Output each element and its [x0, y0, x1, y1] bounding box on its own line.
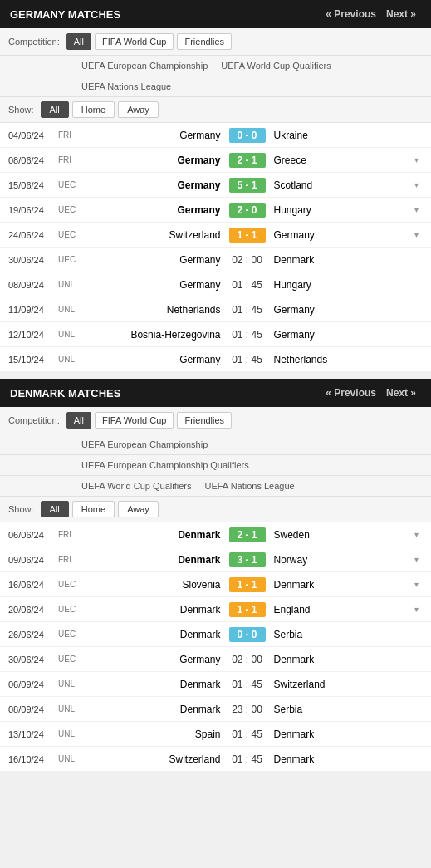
- germany-comp-uefa-euro[interactable]: UEFA European Championship: [78, 59, 211, 72]
- match-type: UEC: [58, 255, 85, 264]
- germany-show-away[interactable]: Away: [118, 101, 159, 118]
- denmark-prev-btn[interactable]: « Previous: [321, 385, 381, 400]
- denmark-comp-wc-qual[interactable]: UEFA World Cup Qualifiers: [78, 479, 194, 493]
- match-row[interactable]: 15/06/24UECGermany5 - 1Scotland▾: [0, 173, 431, 198]
- match-expand-icon[interactable]: ▾: [409, 155, 423, 164]
- match-expand-icon[interactable]: ▾: [409, 605, 423, 614]
- match-row[interactable]: 08/09/24UNLGermany01 : 45Hungary: [0, 272, 431, 297]
- germany-next-btn[interactable]: Next »: [381, 7, 421, 22]
- match-date: 09/06/24: [8, 555, 58, 565]
- match-away-team: Denmark: [269, 654, 410, 665]
- match-home-team: Denmark: [85, 604, 226, 615]
- match-expand-icon[interactable]: ▾: [409, 180, 423, 189]
- match-type: UEC: [58, 630, 85, 639]
- match-score: 01 : 45: [227, 727, 267, 742]
- denmark-show-all[interactable]: All: [41, 501, 69, 517]
- denmark-competition-row3: UEFA European Championship Qualifiers: [0, 455, 431, 476]
- denmark-comp-euro-qual[interactable]: UEFA European Championship Qualifiers: [78, 459, 252, 472]
- match-home-team: Netherlands: [85, 304, 226, 316]
- match-row[interactable]: 15/10/24UNLGermany01 : 45Netherlands: [0, 347, 431, 372]
- germany-comp-worldcup[interactable]: FIFA World Cup: [95, 33, 174, 50]
- denmark-show-away[interactable]: Away: [118, 501, 159, 517]
- match-home-team: Germany: [85, 354, 226, 365]
- denmark-comp-friendlies[interactable]: Friendlies: [177, 412, 232, 429]
- match-row[interactable]: 13/10/24UNLSpain01 : 45Denmark: [0, 722, 431, 747]
- match-row[interactable]: 08/06/24FRIGermany2 - 1Greece▾: [0, 148, 431, 173]
- denmark-next-btn[interactable]: Next »: [381, 385, 421, 400]
- germany-show-all[interactable]: All: [41, 101, 69, 118]
- match-score: 1 - 1: [229, 577, 266, 592]
- match-home-team: Germany: [85, 654, 226, 665]
- match-home-team: Denmark: [85, 679, 226, 690]
- match-score: 1 - 1: [229, 602, 266, 617]
- match-home-team: Switzerland: [85, 753, 226, 765]
- match-type: FRI: [58, 130, 85, 140]
- match-score-box: 2 - 1: [226, 153, 269, 168]
- match-expand-icon[interactable]: ▾: [409, 230, 423, 239]
- match-row[interactable]: 19/06/24UECGermany2 - 0Hungary▾: [0, 198, 431, 223]
- match-type: FRI: [58, 555, 85, 564]
- germany-comp-nations[interactable]: UEFA Nations League: [78, 80, 174, 93]
- match-expand-icon[interactable]: ▾: [409, 555, 423, 564]
- match-date: 08/06/24: [8, 155, 58, 165]
- match-type: UNL: [58, 280, 85, 289]
- germany-header: GERMANY MATCHES « Previous Next »: [0, 0, 431, 28]
- match-type: UEC: [58, 205, 85, 214]
- denmark-show-row: Show: All Home Away: [0, 497, 431, 522]
- match-score-box: 1 - 1: [226, 577, 269, 592]
- match-row[interactable]: 30/06/24UECGermany02 : 00Denmark: [0, 647, 431, 672]
- match-expand-icon[interactable]: ▾: [409, 205, 423, 214]
- match-score: 2 - 0: [229, 203, 266, 218]
- denmark-competition-row4: UEFA World Cup Qualifiers UEFA Nations L…: [0, 476, 431, 497]
- denmark-comp-worldcup[interactable]: FIFA World Cup: [95, 412, 174, 429]
- germany-comp-all[interactable]: All: [66, 33, 91, 50]
- match-score: 2 - 1: [229, 527, 266, 542]
- match-date: 20/06/24: [8, 605, 58, 615]
- denmark-comp-nations[interactable]: UEFA Nations League: [201, 479, 297, 493]
- match-row[interactable]: 09/06/24FRIDenmark3 - 1Norway▾: [0, 547, 431, 572]
- match-away-team: Greece: [269, 154, 410, 166]
- match-score: 01 : 45: [227, 352, 267, 367]
- germany-comp-friendlies[interactable]: Friendlies: [177, 33, 232, 50]
- match-row[interactable]: 24/06/24UECSwitzerland1 - 1Germany▾: [0, 223, 431, 248]
- match-row[interactable]: 26/06/24UECDenmark0 - 0Serbia: [0, 622, 431, 647]
- match-row[interactable]: 16/10/24UNLSwitzerland01 : 45Denmark: [0, 747, 431, 772]
- match-type: UEC: [58, 580, 85, 589]
- germany-prev-btn[interactable]: « Previous: [321, 7, 381, 22]
- germany-show-label: Show:: [8, 105, 34, 115]
- match-away-team: Serbia: [269, 704, 410, 715]
- germany-competition-label: Competition:: [8, 37, 60, 47]
- match-type: UEC: [58, 180, 85, 189]
- germany-comp-wc-qual[interactable]: UEFA World Cup Qualifiers: [218, 59, 334, 72]
- match-home-team: Bosnia-Herzegovina: [85, 329, 226, 341]
- match-row[interactable]: 20/06/24UECDenmark1 - 1England▾: [0, 597, 431, 622]
- denmark-matches-list: 06/06/24FRIDenmark2 - 1Sweden▾09/06/24FR…: [0, 522, 431, 772]
- match-row[interactable]: 16/06/24UECSlovenia1 - 1Denmark▾: [0, 572, 431, 597]
- match-row[interactable]: 08/09/24UNLDenmark23 : 00Serbia: [0, 697, 431, 722]
- match-expand-icon[interactable]: ▾: [409, 530, 423, 539]
- match-row[interactable]: 04/06/24FRIGermany0 - 0Ukraine: [0, 123, 431, 148]
- germany-show-home[interactable]: Home: [72, 101, 115, 118]
- match-home-team: Germany: [85, 130, 226, 141]
- match-home-team: Germany: [85, 279, 226, 291]
- denmark-comp-all[interactable]: All: [66, 412, 91, 429]
- match-score: 0 - 0: [229, 627, 266, 642]
- match-row[interactable]: 11/09/24UNLNetherlands01 : 45Germany: [0, 297, 431, 322]
- match-score-box: 01 : 45: [226, 302, 269, 317]
- match-row[interactable]: 30/06/24UECGermany02 : 00Denmark: [0, 248, 431, 272]
- denmark-competition-row: Competition: All FIFA World Cup Friendli…: [0, 407, 431, 434]
- match-away-team: Denmark: [269, 753, 410, 765]
- match-away-team: Denmark: [269, 254, 410, 266]
- denmark-comp-uefa-euro[interactable]: UEFA European Championship: [78, 438, 211, 451]
- match-away-team: Germany: [269, 304, 410, 316]
- denmark-show-home[interactable]: Home: [72, 501, 115, 517]
- germany-show-row: Show: All Home Away: [0, 97, 431, 123]
- match-date: 08/09/24: [8, 704, 58, 714]
- match-row[interactable]: 12/10/24UNLBosnia-Herzegovina01 : 45Germ…: [0, 322, 431, 347]
- germany-nav: « Previous Next »: [321, 7, 421, 22]
- match-row[interactable]: 06/06/24FRIDenmark2 - 1Sweden▾: [0, 522, 431, 547]
- match-expand-icon[interactable]: ▾: [409, 580, 423, 589]
- match-away-team: England: [269, 604, 410, 615]
- match-row[interactable]: 06/09/24UNLDenmark01 : 45Switzerland: [0, 672, 431, 697]
- match-score-box: 02 : 00: [226, 253, 269, 267]
